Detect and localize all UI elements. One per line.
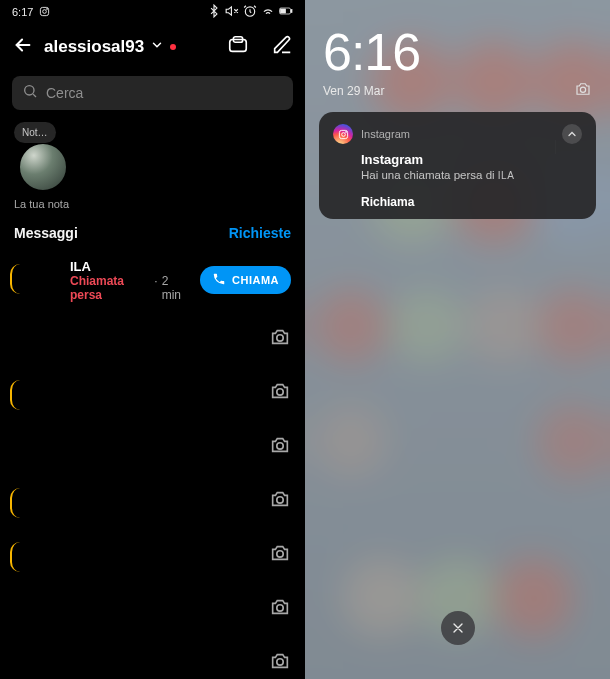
dismiss-notifications-button[interactable] [441,611,475,645]
tab-messages[interactable]: Messaggi [14,225,78,241]
camera-icon[interactable] [269,434,291,460]
svg-point-2 [47,8,48,9]
conversation-avatar [14,482,58,526]
svg-rect-7 [230,40,247,52]
camera-icon[interactable] [269,596,291,622]
svg-rect-5 [281,9,286,13]
svg-point-11 [277,389,283,395]
time-separator: · [154,274,157,288]
notification-title: Instagram [333,152,582,167]
conversation-row[interactable] [0,366,305,420]
svg-point-10 [277,335,283,341]
status-time: 6:17 [12,6,33,18]
note-bubble[interactable]: Nota… [14,122,56,143]
svg-point-20 [345,131,346,132]
missed-call-label: Chiamata persa [70,274,150,302]
svg-point-1 [43,9,47,13]
compose-icon[interactable] [271,34,293,60]
conversation-time: 2 min [162,274,188,302]
note-label: La tua nota [14,198,69,210]
notification-card[interactable]: Instagram Instagram Hai una chiamata per… [319,112,596,219]
chevron-down-icon [150,37,164,57]
instagram-status-icon [39,6,50,19]
svg-point-19 [341,132,345,136]
conversation-row[interactable]: ILA Chiamata persa · 2 min CHIAMA [0,248,305,312]
notes-tray: Nota… La tua nota [0,120,305,218]
svg-point-16 [277,659,283,665]
lockscreen-clock: 6:16 [323,26,592,78]
phone-icon [212,272,226,288]
mute-icon [225,4,239,20]
lockscreen-camera-icon[interactable] [574,80,592,102]
lockscreen-date: Ven 29 Mar [323,84,384,98]
conversation-avatar [14,258,58,302]
wifi-icon [261,4,275,20]
search-icon [22,83,38,103]
svg-point-12 [277,443,283,449]
conversation-row[interactable] [0,528,305,582]
notification-body: Hai una chiamata persa di ILA [333,169,582,181]
conversation-row[interactable] [0,636,305,679]
self-avatar[interactable] [18,142,68,192]
conversation-avatar [14,536,58,580]
svg-rect-6 [291,10,292,13]
camera-icon[interactable] [269,650,291,676]
unread-dot [170,44,176,50]
camera-icon[interactable] [269,380,291,406]
svg-point-14 [277,551,283,557]
notification-action-callback[interactable]: Richiama [333,195,582,209]
conversation-name: ILA [70,259,188,274]
camera-icon[interactable] [269,488,291,514]
instagram-app-icon [333,124,353,144]
alarm-icon [243,4,257,20]
status-bar: 6:17 [0,0,305,24]
conversation-avatar [14,374,58,418]
conversation-row[interactable] [0,420,305,474]
collapse-notification-button[interactable] [562,124,582,144]
account-switcher[interactable]: alessiosal93 [44,37,176,57]
conversation-row[interactable] [0,312,305,366]
battery-icon [279,4,293,20]
svg-point-15 [277,605,283,611]
svg-point-9 [25,86,34,95]
conversation-row[interactable] [0,582,305,636]
back-arrow-icon[interactable] [12,34,34,60]
conversation-row[interactable] [0,474,305,528]
dm-tabs: Messaggi Richieste [0,218,305,248]
video-call-icon[interactable] [227,34,249,60]
instagram-dm-screen: 6:17 alessiosal93 [0,0,305,679]
svg-point-13 [277,497,283,503]
dm-topbar: alessiosal93 [0,24,305,70]
call-back-button[interactable]: CHIAMA [200,266,291,294]
notification-app-name: Instagram [361,128,410,140]
username-label: alessiosal93 [44,37,144,57]
camera-icon[interactable] [269,326,291,352]
svg-point-17 [580,87,585,92]
search-input[interactable] [46,85,283,101]
bluetooth-icon [207,4,221,20]
camera-icon[interactable] [269,542,291,568]
lockscreen: 6:16 Ven 29 Mar Instagram Instagram Hai … [305,0,610,679]
tab-requests[interactable]: Richieste [229,225,291,241]
search-field[interactable] [12,76,293,110]
call-button-label: CHIAMA [232,274,279,286]
